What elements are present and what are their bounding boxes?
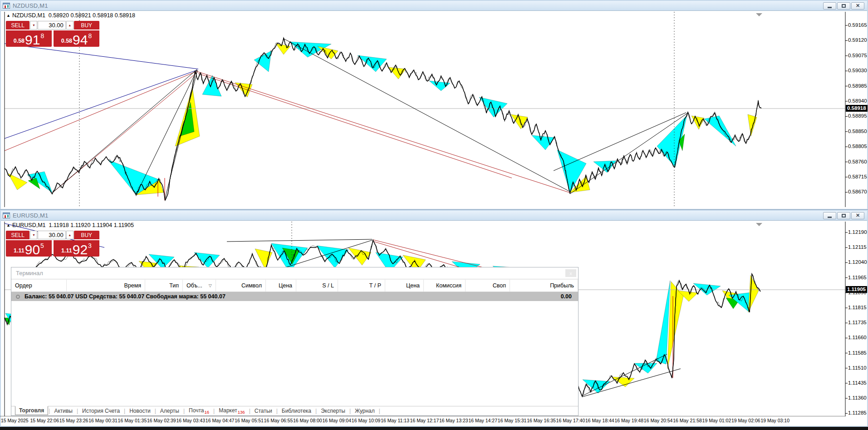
- time-axis-label: 16 May 00:31: [88, 418, 118, 423]
- eurusd-trade-panel: SELL ▼ 30.00 ▲ BUY 1.11 90 5 1.11 92 3: [6, 231, 99, 257]
- trend-line: [227, 239, 372, 242]
- column-header-своп[interactable]: Своп: [466, 280, 510, 292]
- balance-text: Баланс: 55 040.07 USD Средства: 55 040.0…: [25, 293, 226, 300]
- buy-price-main: 94: [73, 34, 88, 46]
- time-axis-label: 19 May 03:10: [760, 418, 790, 423]
- minimize-icon: [828, 7, 832, 8]
- terminal-tabs: Торговля|Активы|История Счета|Новости|Ал…: [11, 406, 578, 415]
- eurusd-current-price-tag: 1.11905: [846, 286, 867, 293]
- column-header-прибыль[interactable]: Прибыль: [510, 280, 578, 292]
- terminal-tab-статьи[interactable]: Статьи: [251, 407, 276, 415]
- column-label: Цена: [279, 282, 292, 289]
- sell-price-main: 91: [25, 34, 40, 46]
- time-axis-label: 16 May 13:23: [439, 418, 468, 423]
- column-header-время[interactable]: Время: [67, 280, 145, 292]
- sell-price-prefix: 1.11: [14, 247, 25, 254]
- time-axis-label: 16 May 06:55: [264, 418, 293, 423]
- up-arrow-icon: ▲: [6, 223, 10, 227]
- window-controls: ✕: [823, 212, 865, 219]
- column-header-sl[interactable]: S / L: [296, 280, 338, 292]
- terminal-tab-торговля[interactable]: Торговля: [15, 406, 48, 415]
- column-header-цена[interactable]: Цена: [266, 280, 296, 292]
- column-header-цена[interactable]: Цена: [385, 280, 424, 292]
- close-button[interactable]: ✕: [851, 2, 864, 10]
- terminal-tab-маркет[interactable]: Маркет136: [215, 406, 249, 415]
- close-button[interactable]: ✕: [851, 212, 864, 219]
- nzdusd-quote-line: ▲NZDUSD,M1 0.58920 0.58921 0.58918 0.589…: [6, 12, 135, 19]
- eurusd-titlebar[interactable]: EURUSD,M1 ✕: [1, 211, 867, 221]
- time-axis-label: 16 May 17:40: [556, 418, 585, 423]
- terminal-tab-эксперты[interactable]: Эксперты: [317, 407, 349, 415]
- time-axis-label: 16 May 11:13: [381, 418, 409, 423]
- terminal-body: [11, 301, 578, 406]
- volume-up-stepper[interactable]: ▲: [66, 21, 74, 30]
- terminal-column-headers: ОрдерВремяТипОбъ...▽СимволЦенаS / LT / P…: [11, 279, 578, 292]
- sell-button[interactable]: SELL: [6, 21, 29, 30]
- tab-separator: |: [49, 408, 50, 414]
- tab-label: Маркет: [219, 407, 237, 414]
- terminal-tab-журнал[interactable]: Журнал: [351, 407, 378, 415]
- terminal-tab-новости[interactable]: Новости: [126, 407, 154, 415]
- sell-price-button[interactable]: 0.58 91 8: [6, 30, 52, 47]
- volume-down-stepper[interactable]: ▼: [30, 21, 37, 30]
- terminal-titlebar[interactable]: Терминал x: [11, 267, 578, 279]
- buy-button[interactable]: BUY: [74, 231, 99, 239]
- volume-up-stepper[interactable]: ▲: [66, 231, 74, 239]
- restore-button[interactable]: [837, 2, 850, 10]
- tab-label: Алерты: [160, 408, 179, 414]
- balance-profit: 0.00: [561, 293, 574, 300]
- terminal-tab-история-счета[interactable]: История Счета: [78, 407, 123, 415]
- column-header-tp[interactable]: T / P: [338, 280, 385, 292]
- time-axis-label: 16 May 20:54: [644, 418, 673, 423]
- buy-price-button[interactable]: 0.58 94 8: [54, 30, 99, 47]
- indicator-triangle: [593, 161, 616, 173]
- column-header-комиссия[interactable]: Комиссия: [424, 280, 466, 292]
- buy-price-button[interactable]: 1.11 92 3: [54, 240, 99, 257]
- volume-field[interactable]: 30.00: [38, 21, 65, 30]
- nzdusd-trade-panel: SELL ▼ 30.00 ▲ BUY 0.58 91 8 0.58 94 8: [6, 21, 99, 47]
- column-header-символ[interactable]: Символ: [216, 280, 266, 292]
- column-label: T / P: [369, 282, 381, 289]
- volume-down-stepper[interactable]: ▼: [30, 231, 37, 239]
- column-header-ордер[interactable]: Ордер: [11, 280, 67, 292]
- nzdusd-chart-canvas[interactable]: [0, 11, 868, 208]
- terminal-tab-активы[interactable]: Активы: [50, 407, 76, 415]
- restore-icon: [842, 4, 846, 8]
- terminal-tab-алерты[interactable]: Алерты: [157, 407, 183, 415]
- minimize-button[interactable]: [823, 2, 836, 10]
- tab-label: Журнал: [355, 408, 375, 414]
- sell-price-pip: 5: [40, 242, 44, 249]
- trend-line: [5, 44, 198, 69]
- terminal-tab-почта[interactable]: Почта16: [185, 406, 213, 415]
- column-label: Цена: [406, 282, 420, 289]
- column-label: Прибыль: [550, 282, 574, 289]
- column-header-объ[interactable]: Объ...▽: [183, 280, 216, 292]
- time-axis-label: 16 May 08:00: [293, 418, 322, 423]
- sell-button[interactable]: SELL: [6, 231, 29, 239]
- time-axis-label: 19 May 01:02: [702, 418, 731, 423]
- column-header-тип[interactable]: Тип: [145, 280, 183, 292]
- sell-price-button[interactable]: 1.11 90 5: [6, 240, 52, 257]
- tab-label: Эксперты: [321, 408, 345, 414]
- restore-button[interactable]: [837, 212, 850, 219]
- terminal-close-button[interactable]: x: [565, 269, 576, 277]
- tab-label: Торговля: [19, 407, 44, 414]
- chart-window-icon: [3, 3, 10, 9]
- trend-line: [198, 72, 571, 193]
- time-axis-label: 16 May 05:51: [235, 418, 264, 423]
- sort-direction-icon: ▽: [209, 283, 212, 288]
- chart-window-icon: [3, 213, 10, 218]
- terminal-tab-библиотека[interactable]: Библиотека: [278, 407, 315, 415]
- buy-price-main: 92: [73, 244, 88, 256]
- sell-price-prefix: 0.58: [14, 38, 25, 44]
- buy-button[interactable]: BUY: [74, 21, 99, 30]
- balance-circle-icon: [16, 295, 20, 299]
- nzdusd-titlebar[interactable]: NZDUSD,M1 ✕: [1, 1, 867, 11]
- quote-text: EURUSD,M1 1.11918 1.11920 1.11904 1.1190…: [12, 222, 134, 228]
- time-axis-label: 16 May 16:35: [527, 418, 556, 423]
- time-axis-label: 16 May 21:58: [673, 418, 702, 423]
- tab-separator: |: [213, 408, 215, 414]
- minimize-button[interactable]: [823, 212, 836, 219]
- buy-price-prefix: 0.58: [61, 38, 72, 44]
- volume-field[interactable]: 30.00: [38, 231, 65, 239]
